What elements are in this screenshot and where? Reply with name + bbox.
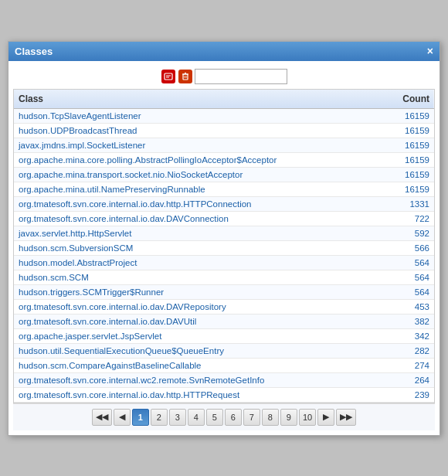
class-cell: org.apache.jasper.servlet.JspServlet [14,328,384,343]
page-7-button[interactable]: 7 [243,409,260,426]
count-cell: 1331 [384,196,434,211]
count-cell: 16159 [384,182,434,196]
table-row[interactable]: org.apache.mina.core.polling.AbstractPol… [14,152,434,167]
count-column-header[interactable]: Count [384,90,434,109]
page-6-button[interactable]: 6 [225,409,242,426]
count-cell: 453 [384,299,434,314]
table-row[interactable]: hudson.TcpSlaveAgentListener16159 [14,108,434,123]
class-cell: hudson.scm.CompareAgainstBaselineCallabl… [14,358,384,372]
page-10-button[interactable]: 10 [299,409,316,426]
table-row[interactable]: hudson.scm.CompareAgainstBaselineCallabl… [14,358,434,372]
count-cell: 282 [384,343,434,358]
page-8-button[interactable]: 8 [262,409,279,426]
title-bar: Classes × [8,42,440,61]
pagination: ◀◀ ◀ 12345678910▶▶▶ [13,403,435,430]
first-page-button[interactable]: ◀◀ [92,409,112,426]
table-body: hudson.TcpSlaveAgentListener16159hudson.… [14,108,434,402]
class-cell: org.apache.mina.transport.socket.nio.Nio… [14,167,384,182]
table-row[interactable]: org.tmatesoft.svn.core.internal.io.dav.D… [14,211,434,226]
delete-button[interactable] [178,69,193,84]
count-cell: 564 [384,255,434,270]
count-cell: 16159 [384,108,434,123]
table-row[interactable]: org.apache.jasper.servlet.JspServlet342 [14,328,434,343]
page-2-button[interactable]: 2 [151,409,168,426]
page-4-button[interactable]: 4 [188,409,205,426]
table-row[interactable]: org.tmatesoft.svn.core.internal.io.dav.h… [14,196,434,211]
table-wrapper: Class Count hudson.TcpSlaveAgentListener… [13,89,435,403]
class-cell: org.tmatesoft.svn.core.internal.io.dav.h… [14,196,384,211]
count-cell: 342 [384,328,434,343]
class-cell: hudson.TcpSlaveAgentListener [14,108,384,123]
table-row[interactable]: hudson.scm.SCM564 [14,270,434,284]
window-title: Classes [15,46,53,57]
count-cell: 564 [384,284,434,299]
table-header-row: Class Count [14,90,434,109]
table-row[interactable]: hudson.util.SequentialExecutionQueue$Que… [14,343,434,358]
count-cell: 274 [384,358,434,372]
class-cell: org.tmatesoft.svn.core.internal.io.dav.h… [14,387,384,402]
toolbar [13,66,435,87]
table-row[interactable]: hudson.triggers.SCMTrigger$Runner564 [14,284,434,299]
count-cell: 16159 [384,123,434,138]
class-cell: org.tmatesoft.svn.core.internal.io.dav.D… [14,299,384,314]
table-row[interactable]: org.apache.mina.util.NamePreservingRunna… [14,182,434,196]
class-cell: javax.servlet.http.HttpServlet [14,226,384,240]
classes-window: Classes × [8,41,440,436]
next-page-button[interactable]: ▶ [317,409,334,426]
table-row[interactable]: hudson.model.AbstractProject564 [14,255,434,270]
page-5-button[interactable]: 5 [206,409,223,426]
class-cell: org.tmatesoft.svn.core.internal.io.dav.D… [14,314,384,328]
count-cell: 566 [384,240,434,255]
page-9-button[interactable]: 9 [280,409,297,426]
class-cell: org.tmatesoft.svn.core.internal.io.dav.D… [14,211,384,226]
count-cell: 592 [384,226,434,240]
table-row[interactable]: javax.servlet.http.HttpServlet592 [14,226,434,240]
class-cell: hudson.util.SequentialExecutionQueue$Que… [14,343,384,358]
class-cell: org.apache.mina.util.NamePreservingRunna… [14,182,384,196]
count-cell: 564 [384,270,434,284]
table-row[interactable]: org.tmatesoft.svn.core.internal.wc2.remo… [14,372,434,387]
class-cell: hudson.scm.SCM [14,270,384,284]
class-cell: hudson.UDPBroadcastThread [14,123,384,138]
class-cell: javax.jmdns.impl.SocketListener [14,138,384,152]
svg-rect-0 [165,73,172,80]
trash-icon [178,70,192,83]
page-3-button[interactable]: 3 [169,409,186,426]
classes-table: Class Count hudson.TcpSlaveAgentListener… [14,90,434,403]
search-input[interactable] [195,69,287,84]
last-page-button[interactable]: ▶▶ [336,409,356,426]
class-cell: org.apache.mina.core.polling.AbstractPol… [14,152,384,167]
table-row[interactable]: org.tmatesoft.svn.core.internal.io.dav.D… [14,299,434,314]
main-content: Class Count hudson.TcpSlaveAgentListener… [8,61,440,435]
prev-page-button[interactable]: ◀ [114,409,131,426]
class-cell: hudson.model.AbstractProject [14,255,384,270]
class-column-header[interactable]: Class [14,90,384,109]
count-cell: 722 [384,211,434,226]
table-row[interactable]: javax.jmdns.impl.SocketListener16159 [14,138,434,152]
count-cell: 16159 [384,167,434,182]
close-button[interactable]: × [427,46,433,56]
table-row[interactable]: org.tmatesoft.svn.core.internal.io.dav.h… [14,387,434,402]
count-cell: 239 [384,387,434,402]
icon1-button[interactable] [161,69,176,84]
class-cell: org.tmatesoft.svn.core.internal.wc2.remo… [14,372,384,387]
count-cell: 264 [384,372,434,387]
table-row[interactable]: hudson.scm.SubversionSCM566 [14,240,434,255]
class-cell: hudson.triggers.SCMTrigger$Runner [14,284,384,299]
table-row[interactable]: hudson.UDPBroadcastThread16159 [14,123,434,138]
class-cell: hudson.scm.SubversionSCM [14,240,384,255]
svg-rect-3 [183,74,188,80]
count-cell: 16159 [384,138,434,152]
class-icon [161,70,175,83]
table-row[interactable]: org.apache.mina.transport.socket.nio.Nio… [14,167,434,182]
table-row[interactable]: org.tmatesoft.svn.core.internal.io.dav.D… [14,314,434,328]
count-cell: 382 [384,314,434,328]
count-cell: 16159 [384,152,434,167]
page-1-button[interactable]: 1 [132,409,149,426]
